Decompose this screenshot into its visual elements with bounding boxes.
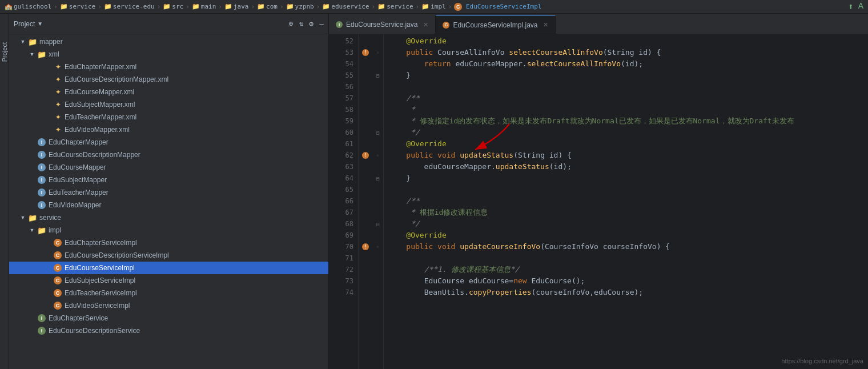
tree-item-EduSubjectMapper[interactable]: I EduSubjectMapper [9,174,328,186]
code-line-74: BeanUtils.copyProperties(courseInfoVo,ed… [388,287,868,298]
watermark: https://blog.csdn.net/grd_java [781,358,863,364]
tree-item-EduVideoMapper-xml[interactable]: ✦ EduVideoMapper.xml [9,123,328,136]
tree-item-EduCourseDescriptionServiceImpl[interactable]: C EduCourseDescriptionServiceImpl [9,249,328,262]
tree-item-EduCourseDescriptionService[interactable]: I EduCourseDescriptionService [9,324,328,337]
xml-icon-1: ✦ [53,63,63,71]
label-EduChapterServiceImpl: EduChapterServiceImpl [65,239,137,247]
breadcrumb-service-edu[interactable]: service-edu [113,3,155,10]
code-line-53: public CourseAllInfoVo selectCourseAllIn… [388,47,868,58]
tree-item-EduChapterMapper[interactable]: I EduChapterMapper [9,136,328,149]
breadcrumb-bar: 🏫 gulischool › 📁 service › 📁 service-edu… [0,0,868,14]
fold-54: ◦ [376,50,379,56]
breadcrumb-main[interactable]: main [201,3,216,10]
fold-64: ⊟ [376,175,379,182]
tree-item-EduSubjectServiceImpl[interactable]: C EduSubjectServiceImpl [9,274,328,287]
tree-item-EduChapterMapper-xml[interactable]: ✦ EduChapterMapper.xml [9,61,328,73]
java-s-icon-1: I [37,314,47,322]
tree-item-EduTeacherMapper-xml[interactable]: ✦ EduTeacherMapper.xml [9,111,328,123]
tab-EduCourseServiceImpl[interactable]: C EduCourseServiceImpl.java ✕ [436,15,556,34]
fold-68: ⊟ [376,221,379,227]
label-EduCourseDescriptionService: EduCourseDescriptionService [49,327,140,335]
xml-icon-6: ✦ [53,126,63,134]
tree-item-EduTeacherServiceImpl[interactable]: C EduTeacherServiceImpl [9,287,328,299]
breadcrumb-yzpnb[interactable]: yzpnb [295,3,314,10]
side-project-tab[interactable]: Project [0,14,9,369]
top-right-icons: ⬆ A [848,1,863,12]
expand-collapse-icon[interactable]: ⇅ [299,19,304,28]
folder-icon-xml: 📁 [37,50,47,59]
code-line-62: public void updateStatus(String id) { [388,150,868,161]
fold-62: ◦ [376,153,379,159]
code-line-56 [388,81,868,93]
tree-item-mapper[interactable]: ▼ 📁 mapper [9,35,328,48]
tree-item-xml[interactable]: ▼ 📁 xml [9,48,328,61]
tree-item-EduCourseServiceImpl[interactable]: C EduCourseServiceImpl [9,262,328,274]
label-mapper: mapper [39,38,63,46]
badge-62: ! [362,152,369,159]
label-EduSubjectMapper-xml: EduSubjectMapper.xml [65,101,135,109]
upload-icon[interactable]: ⬆ [848,1,854,12]
tree-item-EduCourseMapper[interactable]: I EduCourseMapper [9,161,328,174]
folder-icon-impl: 📁 [37,226,47,235]
breadcrumb-icon-service1: 📁 [60,3,68,10]
code-line-72: /**1. 修改课程基本信息*/ [388,264,868,275]
code-content[interactable]: @Override public CourseAllInfoVo selectC… [384,34,868,369]
breadcrumb-java[interactable]: java [234,3,249,10]
profile-icon[interactable]: A [858,1,863,12]
side-tab-label[interactable]: Project [1,42,8,62]
tree-item-EduVideoMapper[interactable]: I EduVideoMapper [9,199,328,211]
label-EduCourseDescriptionServiceImpl: EduCourseDescriptionServiceImpl [65,251,169,259]
breadcrumb-src[interactable]: src [172,3,183,10]
tab-close-impl[interactable]: ✕ [543,21,548,29]
code-line-59: * 修改指定id的发布状态，如果是未发布Draft就改为Normal已发布，如果… [388,115,868,127]
panel-dropdown-chevron[interactable]: ▼ [37,21,43,27]
label-EduTeacherMapper: EduTeacherMapper [49,188,108,196]
project-panel: Project ▼ ⊕ ⇅ ⚙ – ▼ 📁 mapper ▼ � [9,14,329,369]
tree-item-impl[interactable]: ▼ 📁 impl [9,224,328,236]
label-EduCourseMapper-xml: EduCourseMapper.xml [65,88,134,96]
breadcrumb-gulischool[interactable]: gulischool [14,3,51,10]
java-c-icon-1: C [53,239,63,247]
label-EduChapterMapper-xml: EduChapterMapper.xml [65,63,136,71]
minimize-icon[interactable]: – [319,19,324,28]
label-EduCourseDescriptionMapper-xml: EduCourseDescriptionMapper.xml [65,75,168,83]
tab-EduCourseService[interactable]: I EduCourseService.java ✕ [329,15,436,34]
label-EduTeacherMapper-xml: EduTeacherMapper.xml [65,113,136,121]
java-c-icon-3: C [53,264,63,272]
breadcrumb-service2[interactable]: service [387,3,413,10]
code-line-61: @Override [388,138,868,150]
label-EduVideoServiceImpl: EduVideoServiceImpl [65,302,130,310]
tree-item-EduChapterService[interactable]: I EduChapterService [9,312,328,324]
tree-item-EduSubjectMapper-xml[interactable]: ✦ EduSubjectMapper.xml [9,98,328,111]
tree-item-EduTeacherMapper[interactable]: I EduTeacherMapper [9,186,328,199]
breadcrumb-com[interactable]: com [266,3,278,10]
tree-item-EduChapterServiceImpl[interactable]: C EduChapterServiceImpl [9,236,328,249]
tree-item-EduCourseDescriptionMapper[interactable]: I EduCourseDescriptionMapper [9,149,328,161]
code-line-60: */ [388,127,868,138]
tree-item-EduVideoServiceImpl[interactable]: C EduVideoServiceImpl [9,299,328,312]
breadcrumb-service1[interactable]: service [69,3,95,10]
tree-item-EduCourseMapper-xml[interactable]: ✦ EduCourseMapper.xml [9,86,328,98]
java-c-icon-2: C [53,251,63,259]
label-EduVideoMapper-xml: EduVideoMapper.xml [65,126,130,134]
arrow-mapper: ▼ [18,39,27,45]
settings-icon[interactable]: ⚙ [309,19,314,28]
label-EduSubjectServiceImpl: EduSubjectServiceImpl [65,276,135,284]
breadcrumb-class: C EduCourseServiceImpl [454,3,541,11]
tree-item-service[interactable]: ▼ 📁 service [9,211,328,224]
code-53: public CourseAllInfoVo selectCourseAllIn… [388,47,661,58]
tab-icon-service: I [336,21,343,28]
code-line-64: } [388,173,868,184]
label-EduCourseDescriptionMapper: EduCourseDescriptionMapper [49,151,140,159]
breadcrumb-icon-com: 📁 [257,3,265,10]
label-EduChapterMapper: EduChapterMapper [49,138,108,146]
tree-item-EduCourseDescriptionMapper-xml[interactable]: ✦ EduCourseDescriptionMapper.xml [9,73,328,86]
locate-icon[interactable]: ⊕ [289,19,294,28]
badge-53: ! [362,49,369,56]
breadcrumb-eduservice[interactable]: eduservice [331,3,369,10]
tab-close-service[interactable]: ✕ [423,21,428,29]
xml-icon-4: ✦ [53,101,63,109]
breadcrumb-icon-service2: 📁 [377,3,385,10]
tab-icon-impl: C [443,22,449,29]
breadcrumb-impl[interactable]: impl [431,3,446,10]
